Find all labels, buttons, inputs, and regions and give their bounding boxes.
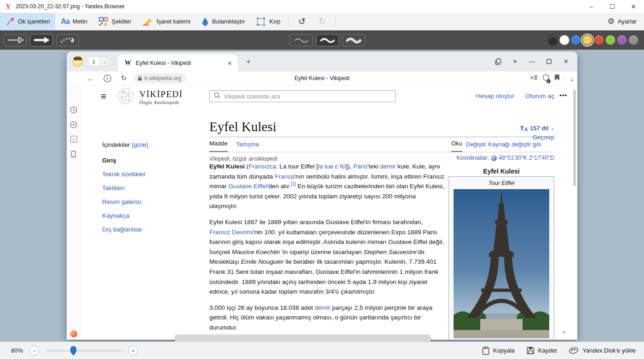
tab-read[interactable]: Oku <box>451 140 462 152</box>
tab-groups-icon <box>489 52 506 71</box>
upload-yandex-disk-button[interactable]: Yandex.Disk'e yükle <box>569 347 636 354</box>
browser-menu-icon: ≡ <box>506 52 523 71</box>
zoom-slider[interactable] <box>46 350 122 352</box>
tab-article[interactable]: Madde <box>209 140 228 152</box>
toc-item-dis-baglantilar[interactable]: Dış bağlantılar <box>102 225 199 234</box>
wikipedia-page: ≡ WΩИω VİKİPEDİ Özgür Ansiklopedi <box>80 85 577 340</box>
color-swatch-gray[interactable] <box>628 35 638 45</box>
clipboard-icon <box>482 347 489 355</box>
editor-canvas[interactable]: 1 ⌄ W Eyfel Kulesi - Vikipedi ✕ + ≡ — ✕ <box>0 50 644 342</box>
page-scrollbar[interactable] <box>573 90 576 186</box>
coordinates-value[interactable]: 48°51'30"K 2°17'40"D <box>499 155 554 161</box>
color-swatch-green[interactable] <box>605 35 615 45</box>
browser-side-rail: 1 + ⋯ <box>67 85 80 340</box>
color-swatch-purple[interactable] <box>617 35 627 45</box>
wiki-more-icon[interactable]: ••• <box>559 92 567 98</box>
color-swatch-red[interactable] <box>594 35 604 45</box>
chevron-down-icon: ⌄ <box>551 126 554 131</box>
arrows-tool-button[interactable]: Ok işaretleri <box>0 13 55 30</box>
red-arrow-icon <box>6 17 15 26</box>
inline-link[interactable]: demir <box>380 163 396 170</box>
inline-link[interactable]: Fransa <box>275 173 294 180</box>
redo-button[interactable]: ↻ <box>312 16 332 27</box>
reader-mode-icon: A <box>530 74 537 82</box>
tab-edit[interactable]: Değiştir <box>466 141 486 152</box>
line-thickness-group <box>290 34 368 46</box>
wiki-logo-title: VİKİPEDİ <box>139 89 183 99</box>
svg-text:A: A <box>530 75 534 80</box>
language-selector[interactable]: A 157 dil ⌄ <box>520 125 554 132</box>
infobox-caption: Tour Eiffel <box>449 180 554 186</box>
inline-link[interactable]: demir <box>315 304 330 311</box>
arrow-style-dotted-button[interactable] <box>56 34 79 46</box>
arrow-style-thin-button[interactable] <box>4 34 27 46</box>
toc-item-taklitleri[interactable]: Taklitleri <box>102 183 199 193</box>
site-tagline: Vikipedi, özgür ansiklopedi <box>209 156 277 162</box>
line-thick-button[interactable] <box>342 34 365 46</box>
inline-link[interactable]: la tuʁ ɛˈfɛl <box>318 163 346 170</box>
inline-link[interactable]: Fransızca <box>248 163 276 170</box>
color-swatch-yellow[interactable] <box>582 35 592 45</box>
reload-icon: ↻ <box>118 71 129 85</box>
tab-counter-badge: 1 <box>88 57 100 66</box>
color-swatch-white[interactable] <box>559 35 569 45</box>
medium-wave-icon <box>319 36 336 44</box>
screenshot-image: 1 ⌄ W Eyfel Kulesi - Vikipedi ✕ + ≡ — ✕ <box>67 52 577 340</box>
save-label: Kaydet <box>538 347 557 354</box>
thick-arrow-icon <box>33 36 50 44</box>
crop-tool-button[interactable]: Kırp <box>250 13 286 30</box>
lock-icon <box>138 75 142 81</box>
window-close-button[interactable]: ✕ <box>623 0 644 13</box>
toc-item-resim-galerisi[interactable]: Resim galerisi <box>102 197 199 207</box>
gear-icon: ⚙ <box>608 17 615 26</box>
undo-button[interactable]: ↺ <box>292 16 312 27</box>
inline-link[interactable]: Fransız Devrimi <box>209 229 253 236</box>
shapes-icon <box>98 17 109 27</box>
svg-text:ω: ω <box>128 98 130 101</box>
inline-link[interactable]: Paris <box>353 163 368 170</box>
wiki-search-box[interactable] <box>209 90 396 102</box>
color-swatch-black[interactable] <box>548 35 558 45</box>
yandex-app-icon: Y <box>5 3 12 10</box>
settings-button[interactable]: ⚙ Ayarlar <box>608 17 644 26</box>
infobox-title: Eyfel Kulesi <box>448 168 554 175</box>
toc-item-kaynakca[interactable]: Kaynakça <box>102 211 199 220</box>
inline-link[interactable]: [1] <box>291 182 296 187</box>
inline-link[interactable]: Gustave Eiffel <box>229 183 267 190</box>
zoom-slider-handle[interactable] <box>70 346 76 356</box>
wikipedia-favicon: W <box>125 59 131 67</box>
window-minimize-button[interactable]: – <box>581 0 602 13</box>
color-swatch-blue[interactable] <box>571 35 581 45</box>
article-body: Eyfel Kulesi (Fransızca: La tour Eiffel … <box>209 162 445 340</box>
tab-history[interactable]: Geçmişi gör <box>533 134 554 152</box>
media-play-icon <box>67 121 80 128</box>
toc-item-teknik-ozellikler[interactable]: Teknik özellikler <box>102 169 199 179</box>
marker-tool-button[interactable]: İşaret kalemi <box>137 13 196 30</box>
blur-tool-button[interactable]: Bulanıklaştır <box>196 13 251 30</box>
window-maximize-button[interactable]: ☐ <box>602 0 623 13</box>
device-sync-icon <box>67 151 80 158</box>
tab-edit-source[interactable]: Kaynağı değiştir <box>488 141 531 152</box>
search-input[interactable] <box>224 93 395 100</box>
line-medium-button[interactable] <box>316 34 339 46</box>
tab-talk[interactable]: Tartışma <box>236 141 259 152</box>
thin-arrow-icon <box>6 36 24 44</box>
create-account-link[interactable]: Hesap oluştur <box>476 93 514 99</box>
toc-hide-toggle[interactable]: [gizle] <box>132 141 148 148</box>
download-icon: ↓ <box>571 75 574 81</box>
shapes-tool-button[interactable]: Şekiller <box>93 13 137 30</box>
line-thin-button[interactable] <box>290 34 313 46</box>
save-button[interactable]: Kaydet <box>527 347 557 354</box>
zoom-in-button[interactable]: + <box>128 346 138 355</box>
sign-in-link[interactable]: Oturum aç <box>525 93 554 99</box>
scroll-indicator-icon: ▲ <box>562 329 566 334</box>
text-tool-button[interactable]: Aa Metin <box>55 13 92 30</box>
wiki-logo-tagline: Özgür Ansiklopedi <box>139 100 183 105</box>
yandex-home-icon: Y <box>102 71 113 85</box>
zoom-out-button[interactable]: − <box>29 346 39 355</box>
wikipedia-globe-logo: WΩИω <box>115 87 136 107</box>
copy-button[interactable]: Kopyala <box>482 347 515 355</box>
toc-item-giris[interactable]: Giriş <box>102 156 199 165</box>
coordinates-label[interactable]: Koordinatlar: <box>456 155 489 161</box>
arrow-style-thick-button[interactable] <box>30 34 53 46</box>
